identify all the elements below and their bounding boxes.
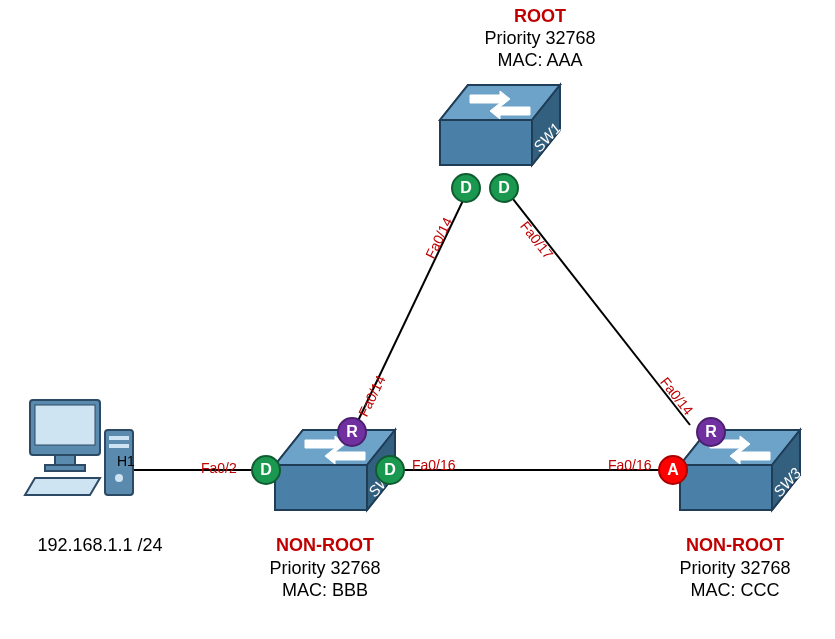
svg-rect-20 [35, 405, 95, 445]
svg-rect-21 [55, 455, 75, 465]
svg-marker-27 [25, 478, 100, 495]
svg-rect-24 [109, 436, 129, 440]
svg-rect-25 [109, 444, 129, 448]
host-name-text: H1 [117, 453, 135, 469]
host-ip: 192.168.1.1 /24 [0, 535, 200, 557]
svg-point-26 [115, 474, 123, 482]
svg-rect-22 [45, 465, 85, 471]
